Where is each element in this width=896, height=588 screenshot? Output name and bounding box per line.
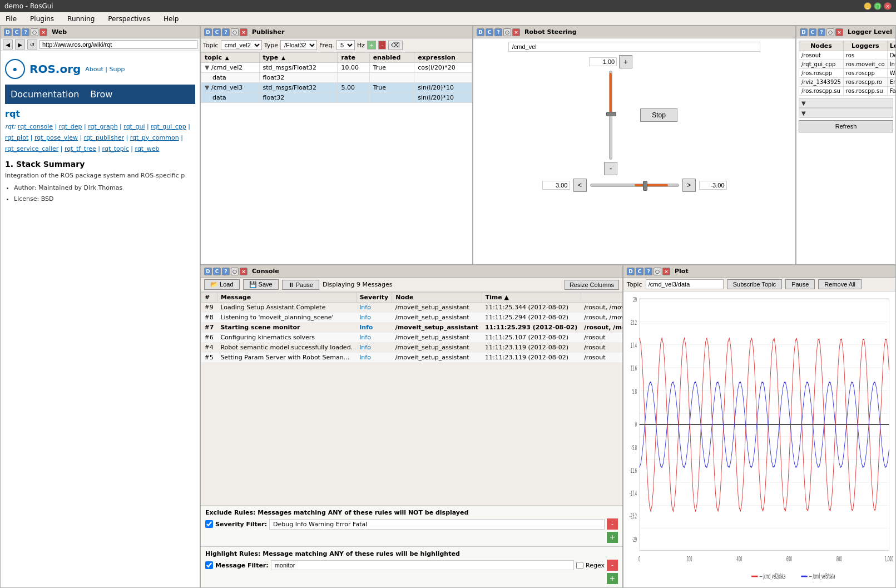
web-panel-icon-c[interactable]: C [13,28,21,36]
severity-filter-delete[interactable]: - [607,518,618,530]
col-num[interactable]: # [201,293,217,303]
freq-select[interactable]: 5 [336,40,355,50]
log-icon-c[interactable]: C [809,28,816,36]
menu-file[interactable]: File [2,14,20,24]
add-highlight-rule[interactable]: + [607,573,618,584]
plot-pause-button[interactable]: Pause [785,279,815,289]
web-panel-icon-d[interactable]: D [4,28,12,36]
steer-close[interactable]: × [512,28,520,36]
add-publisher-btn[interactable]: + [367,41,376,50]
col-rate[interactable]: rate [338,53,369,63]
steer-icon-c[interactable]: C [486,28,493,36]
steer-icon-o[interactable]: ○ [503,28,511,36]
link-rqt-tf-tree[interactable]: rqt_tf_tree [65,145,96,152]
link-rqt-topic[interactable]: rqt_topic [102,145,129,152]
v-plus-btn[interactable]: + [619,55,632,68]
clear-publisher-btn[interactable]: ⌫ [388,41,403,50]
h-value-input[interactable]: 3.00 [542,181,570,190]
pub-close[interactable]: × [240,28,247,36]
col-severity[interactable]: Severity [356,293,392,303]
v-minus-btn[interactable]: - [604,162,617,175]
link-rqt-gui-cpp[interactable]: rqt_gui_cpp [151,123,186,130]
message-filter-input[interactable] [271,560,574,570]
ros-about-link[interactable]: About | Supp [85,66,125,73]
stop-button[interactable]: Stop [640,108,677,122]
col-topic[interactable]: topic ▲ [201,53,260,63]
remove-all-button[interactable]: Remove All [818,279,862,289]
log-icon-o[interactable]: ○ [826,28,834,36]
plot-icon-c[interactable]: C [636,268,643,275]
maximize-button[interactable]: □ [874,2,882,10]
logger-combo-2[interactable]: ▼ [799,108,893,118]
menu-perspectives[interactable]: Perspectives [105,14,154,24]
menu-running[interactable]: Running [64,14,98,24]
minimize-button[interactable]: _ [864,2,872,10]
link-rqt-pose-view[interactable]: rqt_pose_view [34,134,78,141]
log-icon-d[interactable]: D [800,28,808,36]
plot-icon-q[interactable]: ? [645,268,652,275]
load-button[interactable]: 📂 Load [204,279,240,290]
web-panel-icon-o[interactable]: ○ [31,28,38,36]
menu-help[interactable]: Help [160,14,182,24]
remove-publisher-btn[interactable]: - [378,41,386,50]
url-input[interactable] [39,40,197,49]
log-close[interactable]: × [835,28,843,36]
link-rqt-service-caller[interactable]: rqt_service_caller [5,145,58,152]
pub-icon-c[interactable]: C [213,28,221,36]
link-rqt-graph[interactable]: rqt_graph [88,123,117,130]
subscribe-topic-button[interactable]: Subscribe Topic [727,279,782,289]
regex-checkbox[interactable] [576,562,583,569]
cons-icon-o[interactable]: ○ [231,268,239,275]
link-rqt-dep[interactable]: rqt_dep [59,123,82,130]
plot-icon-o[interactable]: ○ [654,268,661,275]
message-filter-delete[interactable]: - [607,560,618,571]
pub-icon-d[interactable]: D [204,28,212,36]
h-slider-thumb[interactable] [643,181,647,191]
h-left-btn[interactable]: < [573,179,587,192]
save-button[interactable]: 💾 Save [243,279,279,290]
cons-icon-q[interactable]: ? [222,268,230,275]
cons-icon-c[interactable]: C [213,268,221,275]
steer-icon-d[interactable]: D [477,28,484,36]
col-node[interactable]: Node [392,293,482,303]
link-rqt-console[interactable]: rqt_console [18,123,53,130]
message-filter-checkbox[interactable] [205,561,213,569]
menu-plugins[interactable]: Plugins [27,14,57,24]
col-expression[interactable]: expression [414,53,472,63]
cons-close[interactable]: × [240,268,247,275]
link-rqt-gui[interactable]: rqt_gui [123,123,145,130]
pause-button[interactable]: ⏸ Pause [282,280,319,290]
nav-forward[interactable]: ▶ [15,39,25,50]
h-neg-value[interactable]: -3.00 [699,181,727,190]
plot-close[interactable]: × [662,268,670,275]
log-icon-q[interactable]: ? [818,28,825,36]
logger-combo-1[interactable]: ▼ [799,98,893,108]
add-exclude-rule[interactable]: + [607,532,618,543]
refresh-button[interactable]: Refresh [799,120,893,132]
link-rqt-web[interactable]: rqt_web [135,145,160,152]
pub-icon-q[interactable]: ? [222,28,230,36]
severity-filter-checkbox[interactable] [205,520,213,528]
nav-back[interactable]: ◀ [3,39,13,50]
col-message[interactable]: Message [217,293,356,303]
col-enabled[interactable]: enabled [369,53,414,63]
v-value-input[interactable]: 1.00 [589,57,617,66]
cons-icon-d[interactable]: D [204,268,212,275]
web-panel-icon-q[interactable]: ? [22,28,29,36]
resize-cols-button[interactable]: Resize Columns [565,280,619,290]
close-button[interactable]: × [884,2,892,10]
nav-refresh[interactable]: ↺ [27,39,37,50]
link-rqt-publisher[interactable]: rqt_publisher [84,134,124,141]
plot-topic-input[interactable] [646,279,724,289]
link-rqt-plot[interactable]: rqt_plot [5,134,28,141]
col-type[interactable]: type ▲ [259,53,338,63]
web-panel-close[interactable]: × [39,28,47,36]
v-slider-thumb[interactable] [606,112,616,116]
plot-icon-d[interactable]: D [627,268,635,275]
type-select[interactable]: /Float32 [280,40,317,50]
link-rqt-py-common[interactable]: rqt_py_common [130,134,179,141]
steering-topic-input[interactable] [508,42,761,52]
h-right-btn[interactable]: > [682,179,696,192]
pub-icon-o[interactable]: ○ [231,28,239,36]
topic-select[interactable]: cmd_vel2 [221,40,262,50]
